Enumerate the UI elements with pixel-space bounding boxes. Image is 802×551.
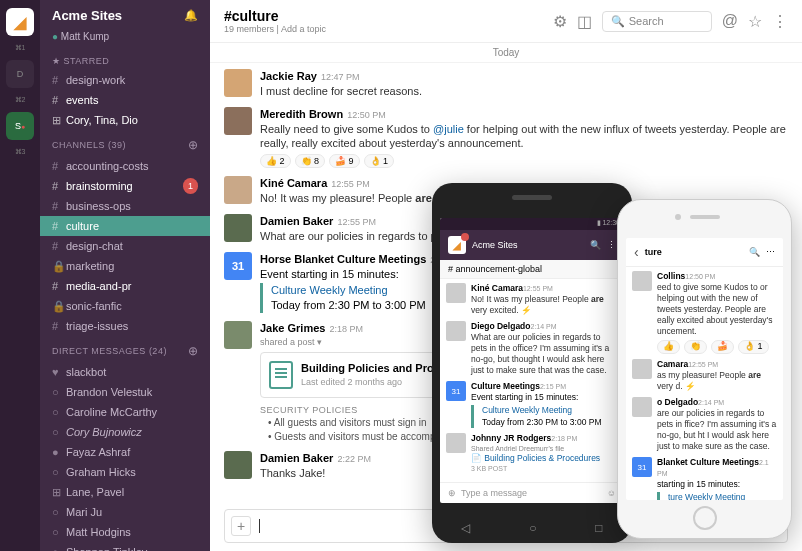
channel-item[interactable]: #design-work [40, 70, 210, 90]
avatar [632, 359, 652, 379]
mentions-icon[interactable]: @ [722, 12, 738, 30]
search-icon[interactable]: 🔍 [749, 247, 760, 257]
android-channel[interactable]: # announcement-global [440, 260, 624, 279]
avatar [224, 176, 252, 204]
calendar-icon: 31 [224, 252, 252, 280]
channel-item[interactable]: 🔒marketing [40, 256, 210, 276]
reaction[interactable]: 🍰 9 [329, 154, 360, 168]
current-user: Matt Kump [61, 31, 109, 42]
attach-icon[interactable]: + [231, 516, 251, 536]
message: Meredith Brown12:50 PMReally need to giv… [224, 107, 788, 169]
dm-item[interactable]: ●Shannon Tinkley [40, 542, 210, 551]
home-button[interactable] [693, 506, 717, 530]
avatar [632, 271, 652, 291]
iphone-channel[interactable]: ture [645, 247, 743, 257]
more-icon[interactable]: ⋯ [766, 247, 775, 257]
workspace-rail: ◢ ⌘1 D ⌘2 S● ⌘3 [0, 0, 40, 551]
pane-icon[interactable]: ◫ [577, 12, 592, 31]
android-ws-icon[interactable]: ◢ [448, 236, 466, 254]
dm-item[interactable]: ♥slackbot [40, 362, 210, 382]
dms-title: DIRECT MESSAGES [52, 346, 146, 356]
android-header: ◢ Acme Sites 🔍 ⋮ [440, 230, 624, 260]
reaction[interactable]: 👌 1 [738, 340, 769, 354]
message: Jackie Ray12:47 PMI must decline for sec… [224, 69, 788, 99]
more-icon[interactable]: ⋮ [772, 12, 788, 31]
dm-item[interactable]: ○Brandon Velestuk [40, 382, 210, 402]
reaction[interactable]: 👍 2 [260, 154, 291, 168]
android-statusbar: ▮ 12:30 [440, 218, 624, 230]
message: Diego Delgado2:14 PMWhat are our policie… [446, 321, 618, 376]
message: 31Culture Meetings2:15 PMEvent starting … [446, 381, 618, 427]
star-icon[interactable]: ☆ [748, 12, 762, 31]
avatar [224, 214, 252, 242]
sidebar: Acme Sites 🔔 ● Matt Kump ★ STARRED #desi… [40, 0, 210, 551]
emoji-icon[interactable]: ☺ [607, 488, 616, 498]
search-icon[interactable]: 🔍 [590, 240, 601, 250]
channel-item[interactable]: #brainstorming1 [40, 176, 210, 196]
avatar [224, 107, 252, 135]
android-ws-name[interactable]: Acme Sites [472, 240, 584, 250]
dm-item[interactable]: ○Matt Hodgins [40, 522, 210, 542]
search-input[interactable]: 🔍Search [602, 11, 712, 32]
document-icon [269, 361, 293, 389]
search-icon: 🔍 [611, 15, 625, 28]
more-icon[interactable]: ⋮ [607, 240, 616, 250]
reaction[interactable]: 👏 [684, 340, 707, 354]
iphone-messages: Collins12:50 PMeed to give some Kudos to… [626, 267, 783, 500]
channel-header: #culture 19 members | Add a topic ⚙ ◫ 🔍S… [210, 0, 802, 43]
gear-icon[interactable]: ⚙ [553, 12, 567, 31]
member-count[interactable]: 19 members [224, 24, 274, 34]
channel-topic[interactable]: Add a topic [281, 24, 326, 34]
iphone-header: ‹ ture 🔍 ⋯ [626, 238, 783, 267]
plus-icon[interactable]: ⊕ [448, 488, 456, 498]
message: 31Blanket Culture Meetings2.1 PMstarting… [632, 457, 777, 500]
avatar [446, 283, 466, 303]
back-icon[interactable]: ‹ [634, 244, 639, 260]
message: Camara12:55 PMas my pleasure! People are… [632, 359, 777, 392]
bell-icon[interactable]: 🔔 [184, 9, 198, 22]
avatar [224, 451, 252, 479]
avatar [446, 433, 466, 453]
date-separator: Today [210, 43, 802, 63]
channel-item[interactable]: #culture [40, 216, 210, 236]
channel-item[interactable]: #design-chat [40, 236, 210, 256]
channel-item[interactable]: #events [40, 90, 210, 110]
channels-title: CHANNELS [52, 140, 105, 150]
channel-item[interactable]: ⊞Cory, Tina, Dio [40, 110, 210, 130]
android-composer[interactable]: ⊕Type a message☺ [440, 482, 624, 503]
workspace-icon-2[interactable]: D [6, 60, 34, 88]
dm-item[interactable]: ⊞Lane, Pavel [40, 482, 210, 502]
dm-item[interactable]: ○Mari Ju [40, 502, 210, 522]
reaction[interactable]: 👌 1 [364, 154, 395, 168]
reaction[interactable]: 👏 8 [295, 154, 326, 168]
text-cursor [259, 519, 260, 533]
channel-item[interactable]: #accounting-costs [40, 156, 210, 176]
dm-item[interactable]: ○Cory Bujnowicz [40, 422, 210, 442]
starred-title: STARRED [64, 56, 110, 66]
channels-list: #accounting-costs#brainstorming1#busines… [40, 156, 210, 336]
add-channel-icon[interactable]: ⊕ [188, 138, 199, 152]
dm-item[interactable]: ○Graham Hicks [40, 462, 210, 482]
android-phone-mockup: ▮ 12:30 ◢ Acme Sites 🔍 ⋮ # announcement-… [432, 183, 632, 543]
workspace-icon-3[interactable]: S● [6, 112, 34, 140]
dm-item[interactable]: ○Caroline McCarthy [40, 402, 210, 422]
workspace-name[interactable]: Acme Sites [52, 8, 122, 23]
dm-item[interactable]: ●Fayaz Ashraf [40, 442, 210, 462]
message: Kiné Camara12:55 PMNo! It was my pleasur… [446, 283, 618, 316]
channel-item[interactable]: #triage-issues [40, 316, 210, 336]
channel-item[interactable]: 🔒sonic-fanfic [40, 296, 210, 316]
message: o Delgado2:14 PMare our policies in rega… [632, 397, 777, 452]
channel-title[interactable]: #culture [224, 8, 326, 24]
avatar [632, 397, 652, 417]
reaction[interactable]: 🍰 [711, 340, 734, 354]
workspace-icon-acme[interactable]: ◢ [6, 8, 34, 36]
avatar [446, 321, 466, 341]
channel-item[interactable]: #media-and-pr [40, 276, 210, 296]
iphone-mockup: ‹ ture 🔍 ⋯ Collins12:50 PMeed to give so… [617, 199, 792, 539]
message: Johnny JR Rodgers2:18 PMShared Andriel D… [446, 433, 618, 473]
channel-item[interactable]: #business-ops [40, 196, 210, 216]
reaction[interactable]: 👍 [657, 340, 680, 354]
message: Collins12:50 PMeed to give some Kudos to… [632, 271, 777, 354]
android-messages: Kiné Camara12:55 PMNo! It was my pleasur… [440, 279, 624, 482]
add-dm-icon[interactable]: ⊕ [188, 344, 199, 358]
